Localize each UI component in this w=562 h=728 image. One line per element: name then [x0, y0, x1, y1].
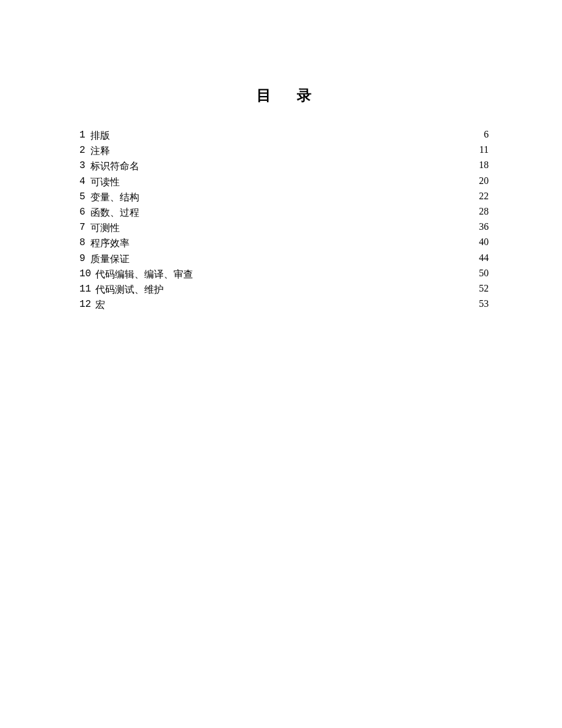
toc-entry-title: 宏 — [95, 298, 105, 312]
toc-entry-page: 40 — [470, 235, 489, 249]
toc-entry: 7 可测性 36 — [79, 219, 489, 235]
toc-entry-number: 2 — [79, 144, 88, 158]
toc-entry: 9 质量保证 44 — [79, 251, 489, 266]
toc-entry: 5 变量、结构 22 — [79, 189, 489, 204]
toc-entry-page: 44 — [470, 251, 489, 265]
toc-entry-title: 代码测试、维护 — [95, 282, 164, 296]
toc-entry-number: 7 — [79, 221, 88, 235]
toc-entry-page: 50 — [470, 266, 489, 280]
page-title: 目 录 — [79, 86, 489, 105]
toc-entry: 3 标识符命名 18 — [79, 158, 489, 173]
toc-entry-left: 5 变量、结构 — [79, 190, 139, 204]
toc-entry: 6 函数、过程 28 — [79, 204, 489, 219]
toc-entry-number: 1 — [79, 128, 88, 142]
toc-entry-page: 20 — [470, 174, 489, 188]
toc-entry: 11 代码测试、维护 52 — [79, 281, 489, 296]
toc-entry-left: 8 程序效率 — [79, 236, 130, 250]
toc-entry-number: 8 — [79, 236, 88, 250]
toc-entry-left: 2 注释 — [79, 144, 110, 158]
toc-entry-left: 12 宏 — [79, 298, 105, 312]
toc-entry-number: 11 — [79, 282, 93, 296]
toc-entry-number: 9 — [79, 252, 88, 266]
toc-entry: 10 代码编辑、编译、审查 50 — [79, 266, 489, 281]
toc-entry-title: 函数、过程 — [90, 205, 139, 219]
toc-entry-left: 4 可读性 — [79, 175, 120, 189]
toc-entry-page: 36 — [470, 219, 489, 233]
toc-entry-page: 6 — [470, 127, 489, 141]
toc-entry-page: 18 — [470, 158, 489, 172]
toc-entry: 4 可读性 20 — [79, 174, 489, 189]
toc-entry-title: 注释 — [90, 144, 110, 158]
toc-entry-number: 10 — [79, 267, 93, 281]
toc-entry: 8 程序效率 40 — [79, 235, 489, 250]
toc-entry-page: 22 — [470, 189, 489, 203]
toc-entry-number: 6 — [79, 205, 88, 219]
toc-entry-left: 7 可测性 — [79, 221, 120, 235]
toc-entry-title: 变量、结构 — [90, 190, 139, 204]
toc-entry-title: 代码编辑、编译、审查 — [95, 267, 193, 281]
toc-entry: 1 排版 6 — [79, 127, 489, 142]
toc-entry-page: 28 — [470, 204, 489, 218]
toc-entry-page: 11 — [470, 142, 489, 156]
toc-entry-left: 11 代码测试、维护 — [79, 282, 164, 296]
toc-entry-number: 3 — [79, 159, 88, 173]
toc-entry-title: 程序效率 — [90, 236, 130, 250]
toc-entry-title: 标识符命名 — [90, 159, 139, 173]
toc-entry: 2 注释 11 — [79, 142, 489, 158]
toc-entry-left: 3 标识符命名 — [79, 159, 139, 173]
toc-entry-title: 可测性 — [90, 221, 120, 235]
toc-entry-title: 排版 — [90, 128, 110, 142]
toc-entry-title: 质量保证 — [90, 252, 130, 266]
toc-entry-number: 4 — [79, 175, 88, 189]
toc-entry-left: 10 代码编辑、编译、审查 — [79, 267, 193, 281]
toc-entry-left: 1 排版 — [79, 128, 110, 142]
toc-entry-title: 可读性 — [90, 175, 120, 189]
toc-entry-left: 6 函数、过程 — [79, 205, 139, 219]
toc-entry-number: 5 — [79, 190, 88, 204]
table-of-contents: 1 排版 6 2 注释 11 3 标识符命名 18 4 可读性 20 5 变量、… — [79, 127, 489, 312]
toc-entry-number: 12 — [79, 298, 93, 312]
toc-entry-page: 52 — [470, 281, 489, 295]
toc-entry: 12 宏 53 — [79, 296, 489, 312]
toc-entry-page: 53 — [470, 296, 489, 311]
toc-entry-left: 9 质量保证 — [79, 252, 130, 266]
